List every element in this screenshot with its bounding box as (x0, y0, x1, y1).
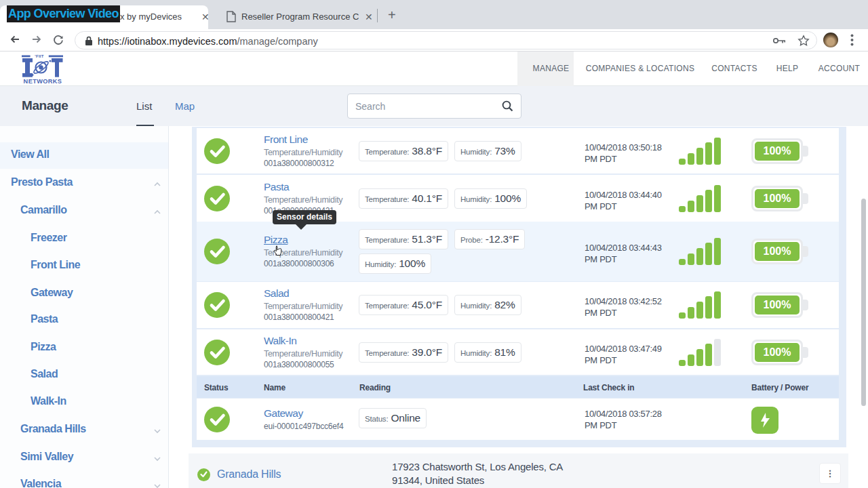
svg-text:'FIIT: 'FIIT (35, 54, 44, 58)
svg-text:NETWORKS: NETWORKS (24, 78, 62, 85)
